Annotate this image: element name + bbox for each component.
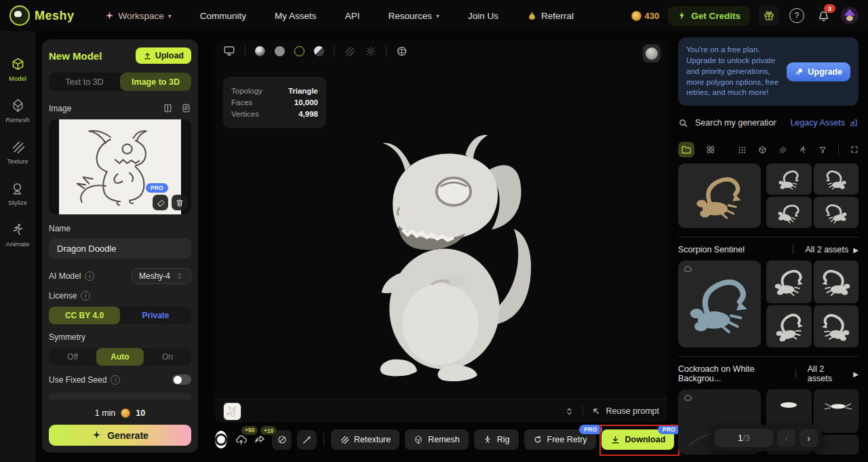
dragon-3d-model[interactable]: [354, 128, 551, 392]
legacy-assets-link[interactable]: Legacy Assets: [790, 118, 859, 128]
publish-bonus-button[interactable]: +50: [235, 434, 248, 446]
nav-workspace[interactable]: Workspace ▾: [104, 11, 172, 21]
fixed-seed-label: Use Fixed Seed i: [49, 375, 120, 385]
rocket-icon: [795, 67, 804, 76]
meshy-logo[interactable]: Meshy: [9, 5, 75, 26]
nav-my-assets[interactable]: My Assets: [275, 11, 317, 21]
upload-button[interactable]: Upload: [136, 47, 191, 64]
texture-toggle-icon[interactable]: [344, 45, 355, 57]
asset-thumbnail[interactable]: [814, 163, 859, 195]
nav-api[interactable]: API: [345, 11, 360, 21]
license-cc-option[interactable]: CC BY 4.0: [49, 307, 120, 324]
split-view-icon[interactable]: [314, 46, 324, 56]
filter-icon[interactable]: [818, 145, 827, 155]
rail-item-model[interactable]: Model: [9, 57, 26, 82]
credit-balance[interactable]: 430: [631, 11, 660, 21]
solid-view-icon[interactable]: [275, 46, 285, 56]
screenshot-icon[interactable]: [223, 45, 235, 57]
asset-thumbnail[interactable]: [814, 197, 859, 228]
all-assets-link[interactable]: All 2 assets ▶: [795, 364, 859, 383]
symmetry-auto-option[interactable]: Auto: [96, 348, 144, 366]
prev-page-button[interactable]: ‹: [777, 429, 795, 447]
reuse-prompt-button[interactable]: Reuse prompt: [591, 406, 659, 416]
collapse-prompt-icon[interactable]: [564, 406, 574, 417]
cloud-upload-icon: [235, 434, 248, 446]
symmetry-on-option[interactable]: On: [144, 348, 191, 366]
erase-background-button[interactable]: [153, 195, 168, 210]
fixed-seed-toggle[interactable]: [172, 374, 191, 385]
wireframe-view-icon[interactable]: [294, 46, 304, 56]
remesh-icon: [11, 98, 25, 113]
nav-referral[interactable]: Referral: [527, 11, 574, 21]
help-button[interactable]: ?: [788, 7, 806, 24]
texture-icon: [11, 140, 25, 154]
question-icon: ?: [789, 8, 804, 23]
rig-button[interactable]: Rig: [474, 429, 519, 450]
user-avatar[interactable]: [841, 7, 859, 24]
shaded-view-icon[interactable]: [255, 46, 265, 56]
all-assets-link[interactable]: All 2 assets ▶: [793, 245, 859, 254]
models-filter-icon[interactable]: [758, 145, 767, 155]
asset-thumbnail[interactable]: [814, 261, 859, 303]
prompt-notes-icon[interactable]: [181, 103, 191, 113]
generate-button[interactable]: Generate: [49, 425, 191, 446]
asset-thumbnail[interactable]: [814, 305, 859, 348]
stylize-icon: [10, 181, 24, 195]
get-credits-button[interactable]: Get Credits: [668, 6, 750, 26]
rail-item-remesh[interactable]: Remesh: [5, 98, 29, 123]
ai-model-select[interactable]: Meshy-4: [132, 268, 191, 284]
input-image-thumbnail[interactable]: [223, 402, 241, 421]
asset-thumbnail[interactable]: [766, 197, 812, 228]
remesh-button[interactable]: Remesh: [405, 429, 469, 450]
remesh-icon: [414, 435, 423, 444]
asset-thumbnail[interactable]: [766, 163, 812, 195]
license-private-option[interactable]: Private: [120, 307, 191, 324]
mode-rail: Model Remesh Texture Stylize Animate: [0, 31, 35, 462]
name-input[interactable]: [49, 239, 191, 258]
animations-filter-icon[interactable]: [798, 145, 807, 155]
image-compare-icon[interactable]: [163, 103, 173, 113]
delete-image-button[interactable]: [172, 195, 187, 210]
expand-icon[interactable]: [850, 145, 859, 155]
asset-thumbnail[interactable]: [814, 389, 859, 433]
symmetry-off-option[interactable]: Off: [49, 348, 96, 366]
material-ball-preview[interactable]: [643, 44, 660, 62]
info-icon: i: [81, 291, 90, 301]
image-preview[interactable]: PRO: [49, 119, 191, 214]
retexture-button[interactable]: Retexture: [331, 429, 399, 450]
search-generations[interactable]: [678, 117, 783, 128]
magic-edit-button[interactable]: [297, 430, 317, 450]
notifications-button[interactable]: 3: [814, 7, 832, 24]
eraser-icon: [156, 198, 165, 208]
gift-button[interactable]: [759, 5, 779, 26]
environment-icon[interactable]: [396, 45, 408, 57]
chevron-right-icon: ▶: [853, 246, 859, 254]
asset-thumbnail-large[interactable]: [678, 261, 761, 347]
3d-viewport[interactable]: TopologyTriangle Faces10,000 Vertices4,9…: [215, 39, 667, 423]
search-input[interactable]: [694, 117, 778, 128]
page-indicator[interactable]: 1/3: [715, 429, 773, 447]
rail-item-texture[interactable]: Texture: [7, 140, 28, 165]
free-retry-button[interactable]: Free Retry PRO: [524, 429, 596, 450]
download-button[interactable]: Download PRO: [601, 429, 675, 450]
rail-item-stylize[interactable]: Stylize: [8, 181, 27, 206]
rail-item-animate[interactable]: Animate: [6, 223, 30, 248]
lighting-icon[interactable]: [365, 45, 376, 57]
nav-community[interactable]: Community: [200, 11, 246, 21]
share-bonus-button[interactable]: +10: [254, 434, 266, 446]
asset-thumbnail[interactable]: [766, 305, 812, 348]
nav-resources[interactable]: Resources ▾: [388, 11, 439, 21]
asset-thumbnail[interactable]: [766, 261, 812, 303]
next-page-button[interactable]: ›: [800, 429, 818, 447]
all-assets-icon[interactable]: [738, 145, 747, 155]
tab-text-to-3d[interactable]: Text to 3D: [49, 73, 120, 91]
upgrade-button[interactable]: Upgrade: [787, 62, 850, 81]
publish-community-button[interactable]: [215, 431, 227, 448]
tab-image-to-3d[interactable]: Image to 3D: [120, 73, 191, 91]
textures-filter-icon[interactable]: [778, 145, 787, 155]
grid-view-icon[interactable]: [706, 144, 715, 155]
nav-join-us[interactable]: Join Us: [468, 11, 498, 21]
folder-view-button[interactable]: [678, 142, 694, 157]
asset-thumbnail-large[interactable]: [678, 163, 761, 228]
upgrade-banner: You're on a free plan. Upgrade to unlock…: [678, 37, 859, 106]
